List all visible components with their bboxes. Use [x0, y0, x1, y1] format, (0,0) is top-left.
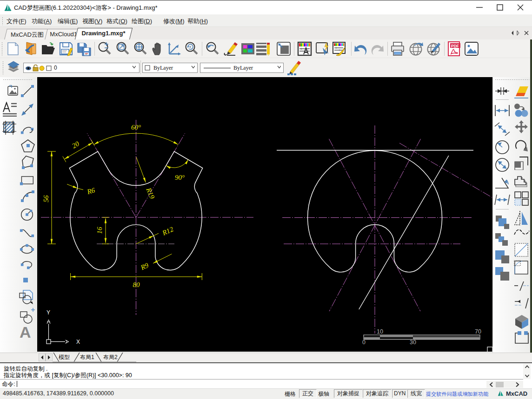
svg-text:R19: R19	[145, 186, 156, 200]
svg-text:30: 30	[410, 339, 416, 346]
svg-text:X: X	[76, 339, 80, 345]
svg-text:16: 16	[96, 227, 103, 234]
svg-text:0: 0	[362, 339, 366, 346]
svg-text:PDF: PDF	[451, 44, 459, 48]
svg-text:80: 80	[133, 281, 140, 288]
svg-text:56: 56	[42, 195, 50, 203]
svg-text:20: 20	[71, 140, 80, 150]
svg-text:R12: R12	[161, 225, 175, 237]
svg-text:R9: R9	[139, 261, 150, 271]
svg-text:60°: 60°	[131, 124, 141, 131]
svg-text:90°: 90°	[175, 174, 185, 181]
svg-text:Y: Y	[47, 309, 50, 316]
svg-text:10: 10	[377, 328, 383, 335]
svg-text:R6: R6	[86, 186, 96, 196]
svg-text:70: 70	[475, 328, 481, 335]
